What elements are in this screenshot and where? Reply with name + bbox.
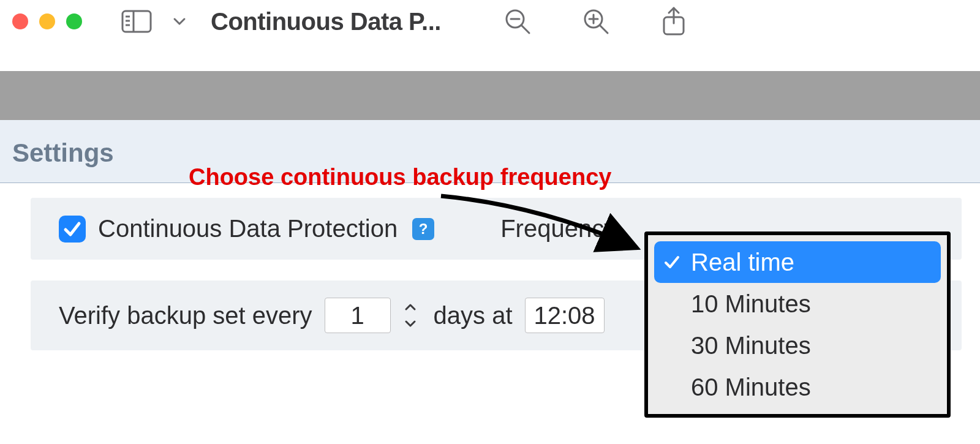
chevron-down-icon[interactable] — [173, 15, 186, 28]
checkmark-icon — [664, 254, 680, 270]
frequency-option-30-minutes[interactable]: 30 Minutes — [654, 325, 941, 366]
sidebar-icon[interactable] — [121, 10, 152, 33]
days-stepper — [399, 298, 421, 333]
help-icon[interactable]: ? — [412, 218, 434, 240]
window-controls — [12, 13, 82, 29]
window-title: Continuous Data P... — [211, 8, 441, 36]
zoom-out-icon[interactable] — [503, 7, 532, 36]
verify-days-input[interactable]: 1 — [325, 298, 391, 333]
cdp-label: Continuous Data Protection — [98, 215, 398, 243]
verify-prefix: Verify backup set every — [59, 302, 312, 329]
stepper-up-button[interactable] — [399, 299, 421, 315]
frequency-label: Frequency — [500, 215, 616, 243]
svg-line-6 — [522, 26, 529, 33]
settings-title: Settings — [12, 138, 980, 168]
frequency-option-label: 10 Minutes — [691, 290, 811, 317]
frequency-option-label: Real time — [691, 249, 794, 276]
frequency-option-real-time[interactable]: Real time — [654, 241, 941, 283]
window-titlebar: Continuous Data P... — [0, 0, 980, 43]
svg-line-9 — [600, 26, 608, 33]
zoom-window-button[interactable] — [66, 13, 82, 29]
frequency-option-10-minutes[interactable]: 10 Minutes — [654, 283, 941, 325]
share-icon[interactable] — [660, 6, 687, 37]
minimize-window-button[interactable] — [39, 13, 55, 29]
close-window-button[interactable] — [12, 13, 28, 29]
frequency-option-label: 60 Minutes — [691, 374, 811, 401]
frequency-option-60-minutes[interactable]: 60 Minutes — [654, 366, 941, 408]
stepper-down-button[interactable] — [399, 316, 421, 332]
toolbar-strip — [0, 71, 980, 120]
frequency-option-label: 30 Minutes — [691, 332, 811, 359]
verify-mid: days at — [434, 302, 513, 329]
verify-time-input[interactable]: 12:08 — [525, 298, 605, 333]
frequency-dropdown: Real time 10 Minutes 30 Minutes 60 Minut… — [644, 231, 951, 418]
cdp-checkbox[interactable] — [59, 216, 86, 243]
zoom-in-icon[interactable] — [582, 7, 610, 36]
